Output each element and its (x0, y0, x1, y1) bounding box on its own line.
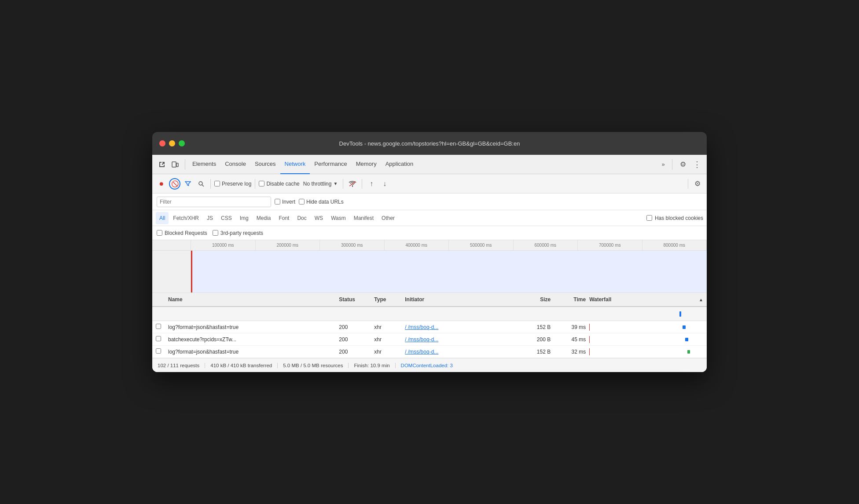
status-bar: 102 / 111 requests 410 kB / 410 kB trans… (152, 358, 707, 372)
col-header-waterfall[interactable]: Waterfall ▲ (589, 296, 703, 303)
status-finish: Finish: 10.9 min (349, 363, 395, 368)
throttle-select[interactable]: No throttling ▼ (301, 180, 340, 188)
nav-tabs: Elements Console Sources Network Perform… (152, 155, 707, 174)
close-button[interactable] (159, 140, 165, 146)
network-conditions-button[interactable] (347, 178, 358, 190)
status-requests: 102 / 111 requests (158, 363, 205, 368)
tick-1: 100000 ms (191, 240, 256, 250)
tab-application[interactable]: Application (381, 155, 418, 174)
row-status: 200 (339, 349, 374, 355)
invert-label[interactable]: Invert (275, 199, 295, 205)
row-checkbox[interactable] (156, 348, 161, 354)
tick-7: 700000 ms (578, 240, 642, 250)
device-toggle-icon[interactable] (169, 158, 181, 171)
row-type: xhr (374, 336, 405, 343)
timeline-chart[interactable] (191, 251, 707, 292)
devtools-more-button[interactable]: ⋮ (691, 158, 703, 171)
window-title: DevTools - news.google.com/topstories?hl… (339, 140, 520, 147)
wf-bar-row0 (683, 325, 685, 329)
row-time: 32 ms (554, 349, 589, 355)
row-name: batchexecute?rpcids=xZTw... (168, 336, 339, 343)
has-blocked-cookies-checkbox[interactable] (646, 215, 652, 221)
preserve-log-checkbox[interactable] (214, 181, 220, 186)
row-checkbox[interactable] (156, 336, 161, 341)
invert-checkbox[interactable] (275, 199, 280, 205)
nav-divider-1 (185, 159, 185, 170)
traffic-lights (159, 140, 185, 146)
table-row[interactable]: log?format=json&hasfast=true 200 xhr / /… (152, 321, 707, 333)
row-size: 152 B (519, 349, 554, 355)
row-checkbox[interactable] (156, 324, 161, 329)
upload-button[interactable]: ↑ (366, 178, 377, 190)
cat-tab-font[interactable]: Font (275, 212, 293, 224)
more-tabs-button[interactable]: » (657, 158, 669, 171)
disable-cache-label[interactable]: Disable cache (259, 181, 299, 187)
cat-tab-fetch-xhr[interactable]: Fetch/XHR (169, 212, 202, 224)
col-header-type[interactable]: Type (374, 296, 405, 303)
blocked-requests-label[interactable]: Blocked Requests (157, 230, 207, 236)
cat-tab-img[interactable]: Img (236, 212, 252, 224)
table-row[interactable]: log?format=json&hasfast=true 200 xhr / /… (152, 346, 707, 358)
wf-redline (589, 348, 590, 355)
devtools-settings-button[interactable]: ⚙ (677, 158, 689, 171)
cat-tab-manifest[interactable]: Manifest (350, 212, 377, 224)
cat-tab-doc[interactable]: Doc (294, 212, 310, 224)
cat-tab-all[interactable]: All (156, 212, 169, 224)
filter-button[interactable] (182, 178, 194, 190)
row-name: log?format=json&hasfast=true (168, 324, 339, 330)
disable-cache-checkbox[interactable] (259, 181, 264, 186)
table-row[interactable]: batchexecute?rpcids=xZTw... 200 xhr / /m… (152, 333, 707, 346)
third-party-checkbox[interactable] (213, 230, 218, 236)
tick-4: 400000 ms (385, 240, 449, 250)
cat-tab-wasm[interactable]: Wasm (327, 212, 349, 224)
col-header-name[interactable]: Name (168, 296, 339, 303)
filter-input[interactable] (157, 197, 271, 207)
col-header-initiator[interactable]: Initiator (405, 296, 519, 303)
row-status: 200 (339, 336, 374, 343)
minimize-button[interactable] (169, 140, 175, 146)
third-party-label[interactable]: 3rd-party requests (213, 230, 263, 236)
cat-tab-media[interactable]: Media (253, 212, 275, 224)
tab-memory[interactable]: Memory (352, 155, 381, 174)
wf-redline (589, 336, 590, 343)
hide-data-urls-checkbox[interactable] (299, 199, 305, 205)
row-time: 45 ms (554, 336, 589, 343)
tick-5: 500000 ms (449, 240, 514, 250)
download-button[interactable]: ↓ (379, 178, 390, 190)
blocked-requests-checkbox[interactable] (157, 230, 162, 236)
tab-performance[interactable]: Performance (310, 155, 351, 174)
tick-2: 200000 ms (256, 240, 320, 250)
preserve-log-label[interactable]: Preserve log (214, 181, 251, 187)
inspector-icon[interactable] (156, 158, 168, 171)
network-settings-button[interactable]: ⚙ (692, 178, 703, 190)
cat-tab-css[interactable]: CSS (217, 212, 235, 224)
hide-data-urls-label[interactable]: Hide data URLs (299, 199, 344, 205)
wf-bar-blue (679, 311, 681, 317)
col-header-size[interactable]: Size (519, 296, 554, 303)
tab-network[interactable]: Network (280, 155, 310, 174)
timeline-area: 100000 ms 200000 ms 300000 ms 400000 ms … (152, 240, 707, 293)
timeline-content (152, 251, 707, 292)
search-button[interactable] (195, 178, 207, 190)
maximize-button[interactable] (179, 140, 185, 146)
cat-tab-js[interactable]: JS (203, 212, 217, 224)
col-header-time[interactable]: Time (554, 296, 589, 303)
clear-button[interactable]: 🚫 (169, 178, 180, 190)
tab-elements[interactable]: Elements (188, 155, 220, 174)
tab-sources[interactable]: Sources (250, 155, 280, 174)
row-initiator[interactable]: / /mss/boq-d... (405, 349, 438, 355)
titlebar: DevTools - news.google.com/topstories?hl… (152, 132, 707, 155)
record-button[interactable]: ⏺ (156, 178, 167, 190)
nav-divider-2 (672, 159, 672, 170)
category-tabs: All Fetch/XHR JS CSS Img Media Font Doc … (152, 210, 707, 226)
col-header-status[interactable]: Status (339, 296, 374, 303)
cat-tab-other[interactable]: Other (378, 212, 398, 224)
svg-rect-0 (172, 162, 176, 167)
cat-tab-ws[interactable]: WS (311, 212, 327, 224)
second-filter-row: Blocked Requests 3rd-party requests (152, 226, 707, 240)
row-initiator[interactable]: / /mss/boq-d... (405, 324, 438, 330)
table-row[interactable] (152, 307, 707, 321)
row-size: 152 B (519, 324, 554, 330)
tab-console[interactable]: Console (220, 155, 250, 174)
row-initiator[interactable]: / /mss/boq-d... (405, 336, 438, 343)
